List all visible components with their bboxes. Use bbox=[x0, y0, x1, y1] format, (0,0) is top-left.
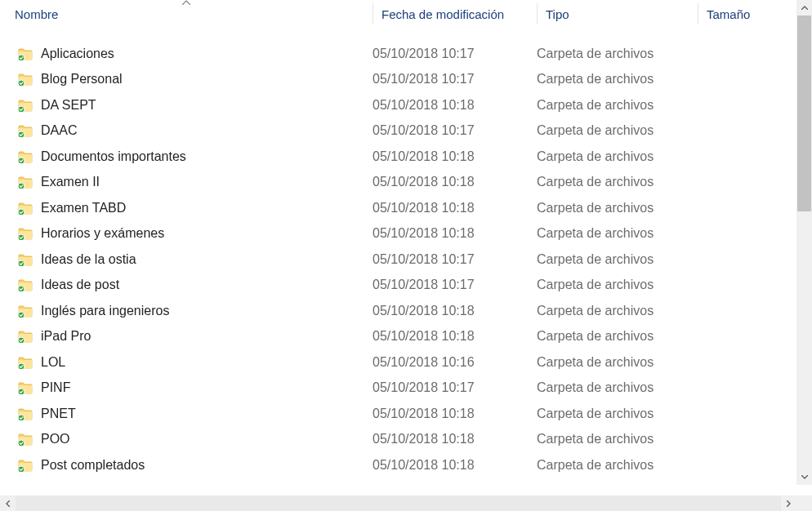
table-row[interactable]: Inglés para ingenieros05/10/2018 10:18Ca… bbox=[0, 298, 796, 324]
scroll-left-arrow-icon[interactable] bbox=[0, 495, 16, 511]
folder-synced-icon bbox=[18, 47, 33, 60]
cell-name: POO bbox=[18, 432, 373, 447]
cell-name: Horarios y exámenes bbox=[18, 226, 373, 241]
column-header-date-label: Fecha de modificación bbox=[381, 7, 504, 21]
cell-type: Carpeta de archivos bbox=[537, 355, 698, 370]
svg-point-8 bbox=[18, 260, 25, 266]
horizontal-scrollbar[interactable] bbox=[0, 495, 796, 511]
cell-date: 05/10/2018 10:18 bbox=[373, 149, 537, 164]
table-row[interactable]: DAAC05/10/2018 10:17Carpeta de archivos bbox=[0, 118, 796, 144]
vertical-scrollbar[interactable] bbox=[796, 0, 812, 485]
table-row[interactable]: POO05/10/2018 10:18Carpeta de archivos bbox=[0, 427, 796, 453]
cell-type: Carpeta de archivos bbox=[537, 278, 698, 292]
table-row[interactable]: iPad Pro05/10/2018 10:18Carpeta de archi… bbox=[0, 324, 796, 350]
cell-name: PNET bbox=[18, 407, 373, 421]
cell-type: Carpeta de archivos bbox=[537, 304, 698, 318]
file-list: Aplicaciones05/10/2018 10:17Carpeta de a… bbox=[0, 28, 796, 478]
folder-synced-icon bbox=[18, 278, 33, 291]
svg-point-2 bbox=[18, 106, 25, 112]
vertical-scroll-thumb[interactable] bbox=[797, 16, 811, 211]
cell-type: Carpeta de archivos bbox=[537, 432, 698, 447]
folder-synced-icon bbox=[18, 99, 33, 112]
table-row[interactable]: Ideas de post05/10/2018 10:17Carpeta de … bbox=[0, 273, 796, 299]
sort-indicator-icon bbox=[182, 0, 190, 7]
svg-point-5 bbox=[18, 183, 25, 189]
cell-name: Blog Personal bbox=[18, 72, 373, 87]
scroll-right-arrow-icon[interactable] bbox=[781, 495, 796, 511]
column-header-type-label: Tipo bbox=[546, 7, 569, 21]
table-row[interactable]: Ideas de la ostia05/10/2018 10:17Carpeta… bbox=[0, 247, 796, 273]
file-name-label: Examen II bbox=[41, 175, 100, 189]
vertical-scroll-track[interactable] bbox=[796, 16, 812, 469]
table-row[interactable]: Examen II05/10/2018 10:18Carpeta de arch… bbox=[0, 170, 796, 196]
svg-point-6 bbox=[18, 209, 25, 215]
cell-name: Ideas de la ostia bbox=[18, 252, 373, 267]
cell-type: Carpeta de archivos bbox=[537, 175, 698, 189]
cell-type: Carpeta de archivos bbox=[537, 458, 698, 473]
cell-type: Carpeta de archivos bbox=[537, 201, 698, 216]
table-row[interactable]: DA SEPT05/10/2018 10:18Carpeta de archiv… bbox=[0, 92, 796, 118]
cell-date: 05/10/2018 10:18 bbox=[373, 304, 537, 318]
column-header-size[interactable]: Tamaño bbox=[698, 0, 796, 28]
cell-date: 05/10/2018 10:17 bbox=[373, 252, 537, 267]
cell-type: Carpeta de archivos bbox=[537, 98, 698, 113]
table-row[interactable]: Examen TABD05/10/2018 10:18Carpeta de ar… bbox=[0, 195, 796, 221]
cell-date: 05/10/2018 10:18 bbox=[373, 201, 537, 216]
svg-point-3 bbox=[18, 131, 25, 137]
folder-synced-icon bbox=[18, 150, 33, 163]
svg-point-7 bbox=[18, 234, 25, 240]
file-name-label: Horarios y exámenes bbox=[41, 226, 164, 241]
cell-name: Examen TABD bbox=[18, 201, 373, 216]
table-row[interactable]: Post completados05/10/2018 10:18Carpeta … bbox=[0, 452, 796, 478]
cell-name: Documentos importantes bbox=[18, 149, 373, 164]
table-row[interactable]: Horarios y exámenes05/10/2018 10:18Carpe… bbox=[0, 221, 796, 247]
table-row[interactable]: Aplicaciones05/10/2018 10:17Carpeta de a… bbox=[0, 41, 796, 67]
cell-name: Ideas de post bbox=[18, 278, 373, 292]
column-header-date[interactable]: Fecha de modificación bbox=[373, 0, 537, 28]
cell-type: Carpeta de archivos bbox=[537, 407, 698, 421]
cell-type: Carpeta de archivos bbox=[537, 123, 698, 138]
file-name-label: PINF bbox=[41, 380, 70, 395]
cell-type: Carpeta de archivos bbox=[537, 380, 698, 395]
table-row[interactable]: Blog Personal05/10/2018 10:17Carpeta de … bbox=[0, 67, 796, 93]
folder-synced-icon bbox=[18, 433, 33, 446]
cell-date: 05/10/2018 10:17 bbox=[373, 380, 537, 395]
folder-synced-icon bbox=[18, 356, 33, 369]
table-row[interactable]: PNET05/10/2018 10:18Carpeta de archivos bbox=[0, 401, 796, 427]
svg-point-13 bbox=[18, 389, 25, 394]
svg-point-16 bbox=[18, 466, 25, 472]
svg-point-12 bbox=[18, 363, 25, 369]
cell-type: Carpeta de archivos bbox=[537, 226, 698, 241]
file-name-label: Blog Personal bbox=[41, 72, 123, 87]
svg-point-15 bbox=[18, 440, 25, 446]
folder-synced-icon bbox=[18, 304, 33, 318]
horizontal-scroll-track[interactable] bbox=[16, 495, 781, 511]
file-name-label: Documentos importantes bbox=[41, 149, 186, 164]
table-row[interactable]: LOL05/10/2018 10:16Carpeta de archivos bbox=[0, 349, 796, 375]
cell-type: Carpeta de archivos bbox=[537, 72, 698, 87]
file-name-label: Inglés para ingenieros bbox=[41, 304, 169, 318]
column-header-name[interactable]: Nombre bbox=[0, 0, 373, 28]
scroll-up-arrow-icon[interactable] bbox=[796, 0, 812, 16]
table-row[interactable]: PINF05/10/2018 10:17Carpeta de archivos bbox=[0, 375, 796, 402]
file-name-label: Post completados bbox=[41, 458, 145, 473]
cell-name: Examen II bbox=[18, 175, 373, 189]
cell-date: 05/10/2018 10:18 bbox=[373, 407, 537, 421]
table-row[interactable]: Documentos importantes05/10/2018 10:18Ca… bbox=[0, 144, 796, 170]
svg-point-4 bbox=[18, 158, 25, 163]
cell-type: Carpeta de archivos bbox=[537, 252, 698, 267]
list-view: Nombre Fecha de modificación Tipo Tamaño… bbox=[0, 0, 796, 485]
file-name-label: Examen TABD bbox=[41, 201, 126, 216]
cell-date: 05/10/2018 10:17 bbox=[373, 72, 537, 87]
folder-synced-icon bbox=[18, 227, 33, 240]
cell-date: 05/10/2018 10:17 bbox=[373, 278, 537, 292]
cell-type: Carpeta de archivos bbox=[537, 149, 698, 164]
column-header-type[interactable]: Tipo bbox=[538, 0, 698, 28]
cell-name: Inglés para ingenieros bbox=[18, 304, 373, 318]
file-name-label: Ideas de la ostia bbox=[41, 252, 136, 267]
scrollbar-corner bbox=[796, 495, 812, 511]
svg-point-0 bbox=[18, 55, 25, 60]
cell-date: 05/10/2018 10:18 bbox=[373, 329, 537, 344]
scroll-down-arrow-icon[interactable] bbox=[796, 469, 812, 485]
cell-date: 05/10/2018 10:18 bbox=[373, 458, 537, 473]
